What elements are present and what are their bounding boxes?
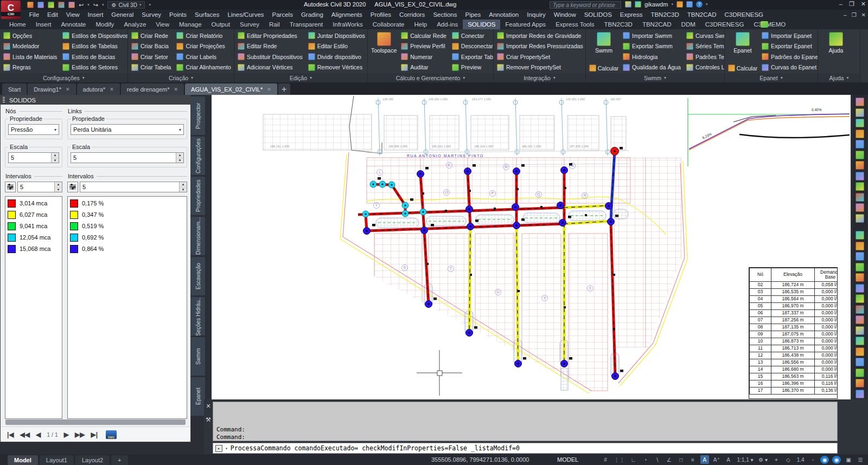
- new-layout-button[interactable]: +: [111, 455, 127, 465]
- annotation-visibility-icon[interactable]: A: [700, 455, 709, 464]
- scale-value[interactable]: 1.4: [796, 455, 806, 464]
- close-commandline-icon[interactable]: ✕: [206, 403, 210, 410]
- close-button[interactable]: ✕: [861, 1, 866, 8]
- menu-item[interactable]: File: [25, 11, 43, 18]
- search-icon[interactable]: [625, 1, 631, 8]
- region-icon[interactable]: [856, 347, 864, 356]
- nav-first-button[interactable]: |◀: [7, 431, 14, 438]
- menu-item[interactable]: Alignments: [327, 11, 366, 18]
- layout-tab[interactable]: Layout2: [75, 455, 110, 465]
- document-tab[interactable]: AGUA_VIS_EX_02_CIVIL* ✕: [185, 83, 277, 95]
- ribbon-button[interactable]: Substituir Dispositivos: [238, 51, 303, 62]
- graphics-performance-icon[interactable]: ◇: [784, 455, 793, 464]
- customize-wrench-icon[interactable]: ⚒: [206, 416, 211, 423]
- menu-item[interactable]: SOLIDOS: [580, 11, 616, 18]
- ribbon-button[interactable]: Importar Epanet: [762, 30, 818, 41]
- crosshair-icon[interactable]: +: [772, 455, 781, 464]
- ribbon-tab[interactable]: InfraWorks: [328, 20, 367, 29]
- save-as-icon[interactable]: [58, 2, 65, 8]
- ribbon-button[interactable]: Curvas Swmm: [686, 30, 725, 41]
- user-caret-icon[interactable]: ▾: [671, 2, 673, 7]
- ribbon-tab[interactable]: Help: [410, 20, 432, 29]
- side-tab[interactable]: Seções Hidráu...: [191, 297, 205, 335]
- isolate-objects-icon[interactable]: ▫: [808, 455, 817, 464]
- spin-down-icon[interactable]: ▼: [52, 158, 59, 163]
- drawing-canvas[interactable]: 138,185 145,092 1,050 153,277 1,050 143,…: [212, 95, 851, 399]
- select-cursor-icon[interactable]: [856, 326, 864, 335]
- side-tab[interactable]: Dimensionam...: [191, 217, 205, 255]
- calc-button[interactable]: Calcular: [728, 64, 758, 72]
- close-tab-icon[interactable]: ✕: [66, 87, 70, 92]
- ribbon-button[interactable]: Exportar Swmm: [623, 41, 681, 52]
- isodraft-icon[interactable]: ∠: [665, 455, 673, 464]
- command-input[interactable]: ▸ ▾ ProcessaCommando comandoExecutado= c…: [213, 443, 838, 454]
- spin-up-icon[interactable]: ▲: [52, 153, 59, 158]
- ribbon-button[interactable]: Auditar: [401, 62, 446, 73]
- menu-item[interactable]: Parcels: [268, 11, 297, 18]
- menu-item[interactable]: Window: [550, 11, 580, 18]
- ribbon-button[interactable]: Padrões Temporais: [686, 51, 725, 62]
- annotation-monitor-icon[interactable]: A: [724, 455, 733, 464]
- menu-item[interactable]: TBN2C3D: [647, 11, 683, 18]
- orbit-icon[interactable]: [856, 390, 864, 398]
- render-icon[interactable]: [856, 130, 864, 138]
- menu-item[interactable]: Sections: [429, 11, 461, 18]
- nav-next-button[interactable]: ▶: [64, 431, 69, 438]
- dwg-icon[interactable]: [106, 430, 117, 439]
- ribbon-button[interactable]: Estilos de Setores: [62, 62, 128, 73]
- import-icon[interactable]: [856, 203, 864, 212]
- links-scale-spinner[interactable]: 5▲▼: [71, 152, 184, 163]
- ribbon-button[interactable]: Juntar Dispositivos: [308, 30, 365, 41]
- ribbon-button[interactable]: Hidrologia: [623, 51, 681, 62]
- workspace-selector[interactable]: ⚙ Civil 3D ▾: [107, 1, 145, 9]
- ribbon-button[interactable]: Padrões do Epanet: [762, 51, 818, 62]
- intervals-filter-icon[interactable]: [5, 182, 16, 192]
- open-file-icon[interactable]: [37, 2, 44, 8]
- ribbon-button[interactable]: Criar PropertySet: [497, 51, 583, 62]
- dynamic-input-icon[interactable]: ≡: [688, 455, 697, 464]
- gears-icon[interactable]: [856, 294, 864, 303]
- nodes-intervals-spinner[interactable]: 5▲▼: [17, 182, 62, 192]
- spin-down-icon[interactable]: ▼: [55, 188, 62, 192]
- ribbon-tab[interactable]: Transparent: [285, 20, 328, 29]
- ribbon-button[interactable]: Criar Rede: [131, 30, 171, 41]
- ribbon-big-button[interactable]: Toolspace: [371, 30, 397, 73]
- menu-item[interactable]: Inquiry: [523, 11, 550, 18]
- customization-icon[interactable]: ☰: [856, 455, 865, 464]
- ribbon-button[interactable]: Regras: [3, 62, 57, 73]
- doc-restore-button[interactable]: ❐: [852, 12, 857, 18]
- ribbon-tab[interactable]: Express Tools: [551, 20, 599, 29]
- ribbon-button[interactable]: Adicionar Vértices: [238, 62, 303, 73]
- close-tab-icon[interactable]: ✕: [174, 87, 178, 92]
- ribbon-tab[interactable]: Add-ins: [432, 20, 463, 29]
- links-property-select[interactable]: Perda Unitária: [71, 124, 184, 135]
- ribbon-button[interactable]: Preview: [452, 62, 494, 73]
- document-tab[interactable]: Drawing1* ✕: [28, 83, 75, 95]
- ribbon-button[interactable]: Numerar: [401, 51, 446, 62]
- ribbon-big-button[interactable]: Ajuda: [821, 30, 851, 73]
- ribbon-button[interactable]: Opções: [3, 30, 57, 41]
- edit-table-icon[interactable]: [856, 108, 864, 117]
- ribbon-button[interactable]: Criar Projeções: [176, 41, 231, 52]
- ribbon-button[interactable]: Lista de Materiais: [3, 51, 57, 62]
- ribbon-tab[interactable]: TBN2CAD: [637, 20, 676, 29]
- ribbon-tab[interactable]: C3DRENESG: [700, 20, 749, 29]
- model-space-button[interactable]: MODEL: [557, 456, 578, 463]
- search-input[interactable]: Type a keyword or phrase: [550, 1, 621, 9]
- ribbon-button[interactable]: Exportar Tabela: [452, 51, 494, 62]
- document-tab[interactable]: Start ✕: [2, 83, 27, 95]
- viewport-icon[interactable]: ▣: [844, 455, 853, 464]
- ribbon-button[interactable]: Controles LID: [686, 62, 725, 73]
- help-caret-icon[interactable]: ▾: [706, 2, 708, 7]
- side-tab[interactable]: Epanet: [191, 377, 205, 416]
- menu-item[interactable]: General: [107, 11, 138, 18]
- layout-tab[interactable]: Layout1: [40, 455, 74, 465]
- menu-item[interactable]: Edit: [43, 11, 62, 18]
- ribbon-button[interactable]: Exportar Epanet: [762, 41, 818, 52]
- ribbon-button[interactable]: Remover PropertySet: [497, 62, 583, 73]
- spin-up-icon[interactable]: ▲: [176, 153, 183, 158]
- path-array-icon[interactable]: [856, 358, 864, 366]
- redo-icon[interactable]: ↪: [93, 2, 98, 8]
- ribbon-button[interactable]: Dividir dispositivo: [308, 51, 365, 62]
- new-tab-button[interactable]: +: [278, 83, 290, 95]
